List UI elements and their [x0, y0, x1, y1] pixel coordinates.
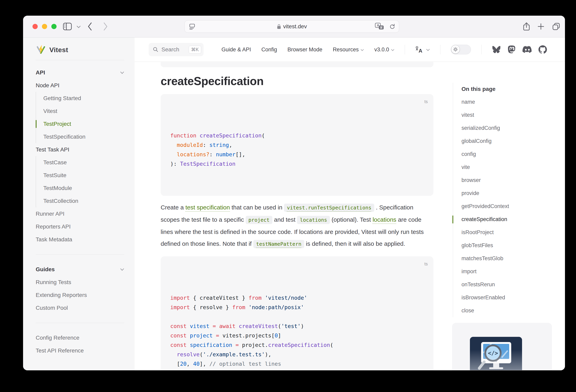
- search-input[interactable]: Search ⌘K: [149, 43, 203, 56]
- sidebar-item-vitest[interactable]: Vitest: [36, 105, 135, 118]
- code-lang-badge: ts: [424, 97, 428, 106]
- sidebar-item-config-reference[interactable]: Config Reference: [36, 332, 135, 344]
- outline-item-browser[interactable]: browser: [461, 174, 557, 187]
- nav-link-config[interactable]: Config: [261, 47, 277, 53]
- code-line: const project = vitest.projects[0]: [170, 331, 424, 340]
- chevron-down-icon: [391, 49, 394, 51]
- outline-item-ontestsrerun[interactable]: onTestsRerun: [461, 278, 557, 291]
- translate-menu[interactable]: A: [415, 46, 430, 53]
- sidebar-item-custom-pool[interactable]: Custom Pool: [36, 302, 135, 314]
- sidebar-item-testcollection[interactable]: TestCollection: [36, 195, 135, 208]
- sidebar-label: Reporters API: [36, 223, 71, 230]
- theme-toggle[interactable]: [451, 45, 471, 54]
- outline-item-name[interactable]: name: [461, 95, 557, 109]
- outline-item-createspecification[interactable]: createSpecification: [461, 213, 557, 226]
- outline-item-getprovidedcontext[interactable]: getProvidedContext: [461, 200, 557, 213]
- sidebar-nav: APINode APIGetting StartedVitestTestProj…: [36, 66, 135, 357]
- sidebar-item-extending-reporters[interactable]: Extending Reporters: [36, 289, 135, 302]
- sidebar-item-node-api[interactable]: Node API: [36, 79, 135, 92]
- tab-overview-icon[interactable]: [552, 22, 561, 31]
- inline-code-vitest-runtestspecifications[interactable]: vitest.runTestSpecifications: [284, 204, 374, 212]
- github-icon[interactable]: [539, 45, 547, 54]
- outline-item-matchestestglob[interactable]: matchesTestGlob: [461, 252, 557, 265]
- bluesky-icon[interactable]: [492, 46, 501, 54]
- sidebar-divider: [36, 323, 124, 323]
- outline-item-vite[interactable]: vite: [461, 161, 557, 174]
- sidebar-item-testmodule[interactable]: TestModule: [36, 182, 135, 195]
- sidebar-item-getting-started[interactable]: Getting Started: [36, 92, 135, 105]
- sidebar-toggle-icon[interactable]: [63, 22, 72, 31]
- site-title: Vitest: [49, 46, 68, 54]
- sidebar-section-guides[interactable]: Guides: [36, 263, 135, 276]
- sidebar-label: Extending Reporters: [36, 292, 87, 298]
- inline-link-locations[interactable]: locations: [373, 216, 396, 223]
- sidebar-item-runner-api[interactable]: Runner API: [36, 208, 135, 220]
- code-line: locations?: number[],: [170, 150, 424, 159]
- outline-item-vitest[interactable]: vitest: [461, 109, 557, 121]
- sidebar-section-api[interactable]: API: [36, 66, 135, 79]
- outline-item-globalconfig[interactable]: globalConfig: [461, 135, 557, 148]
- text: Create a: [161, 204, 185, 211]
- nav-link-resources[interactable]: Resources: [333, 47, 364, 53]
- sidebar-item-testsuite[interactable]: TestSuite: [36, 169, 135, 182]
- chevron-down-icon: [120, 268, 124, 271]
- outline-item-provide[interactable]: provide: [461, 187, 557, 200]
- zoom-window-button[interactable]: [51, 24, 57, 29]
- nav-divider: [440, 45, 440, 54]
- code-line: import { resolve } from 'node:path/posix…: [170, 302, 424, 312]
- sidebar-label: Custom Pool: [36, 305, 68, 311]
- outline-item-serializedconfig[interactable]: serializedConfig: [461, 121, 557, 135]
- sidebar-item-test-api-reference[interactable]: Test API Reference: [36, 344, 135, 357]
- inline-code-locations: locations: [297, 216, 330, 224]
- translate-page-icon[interactable]: A: [375, 23, 384, 31]
- address-bar[interactable]: vitest.dev A: [184, 20, 399, 33]
- nav-links: Guide & APIConfigBrowser ModeResourcesv3…: [221, 45, 547, 54]
- nav-link-label: v3.0.0: [374, 47, 389, 53]
- sidebar-label: Config Reference: [36, 335, 79, 341]
- inline-code-project: project: [246, 216, 272, 224]
- close-window-button[interactable]: [32, 24, 38, 29]
- sidebar-item-reporters-api[interactable]: Reporters API: [36, 220, 135, 233]
- search-shortcut-badge: ⌘K: [189, 46, 201, 54]
- text: that can be used in: [230, 204, 284, 211]
- sidebar-item-testcase[interactable]: TestCase: [36, 156, 135, 169]
- sidebar-item-test-task-api[interactable]: Test Task API: [36, 143, 135, 156]
- description-paragraph: Create a test specification that can be …: [161, 201, 433, 250]
- site-logo[interactable]: Vitest: [36, 43, 135, 56]
- code-line: import { createVitest } from 'vitest/nod…: [170, 293, 424, 302]
- traffic-lights: [32, 24, 57, 29]
- sponsor-ad-card[interactable]: </>: [452, 323, 552, 370]
- share-icon[interactable]: [523, 22, 530, 31]
- chevron-down-icon: [361, 49, 364, 51]
- screenshot-stage: vitest.dev A: [0, 0, 576, 392]
- search-icon: [153, 47, 159, 53]
- outline-item-config[interactable]: config: [461, 148, 557, 161]
- minimize-window-button[interactable]: [42, 24, 47, 29]
- reload-icon[interactable]: [389, 23, 396, 30]
- sidebar-label: Task Metadata: [36, 236, 72, 243]
- doc-sidebar: Vitest APINode APIGetting StartedVitestT…: [23, 37, 135, 370]
- inline-code-testnamepattern[interactable]: testNamePattern: [253, 240, 304, 248]
- forward-button[interactable]: [103, 22, 108, 31]
- sidebar-item-testspecification[interactable]: TestSpecification: [36, 130, 135, 143]
- sidebar-dropdown-chevron-icon[interactable]: [76, 26, 81, 28]
- inline-link-test-specification[interactable]: test specification: [185, 204, 230, 211]
- nav-link-browser-mode[interactable]: Browser Mode: [288, 47, 322, 53]
- lock-icon: [277, 24, 281, 29]
- outline-item-import[interactable]: import: [461, 265, 557, 278]
- outline-item-isrootproject[interactable]: isRootProject: [461, 226, 557, 239]
- outline-item-globtestfiles[interactable]: globTestFiles: [461, 239, 557, 252]
- outline-item-close[interactable]: close: [461, 304, 557, 317]
- discord-icon[interactable]: [522, 46, 532, 53]
- new-tab-icon[interactable]: [538, 22, 544, 31]
- outline-item-isbrowserenabled[interactable]: isBrowserEnabled: [461, 291, 557, 304]
- sidebar-item-running-tests[interactable]: Running Tests: [36, 276, 135, 289]
- sidebar-item-task-metadata[interactable]: Task Metadata: [36, 233, 135, 246]
- nav-link-guide-api[interactable]: Guide & API: [221, 47, 251, 53]
- back-button[interactable]: [87, 22, 92, 31]
- mastodon-icon[interactable]: [508, 45, 516, 54]
- sidebar-subgroup: TestCaseTestSuiteTestModuleTestCollectio…: [36, 156, 135, 208]
- sidebar-label: API: [36, 69, 45, 76]
- sidebar-item-testproject[interactable]: TestProject: [36, 118, 135, 130]
- nav-link-v3-0-0[interactable]: v3.0.0: [374, 47, 394, 53]
